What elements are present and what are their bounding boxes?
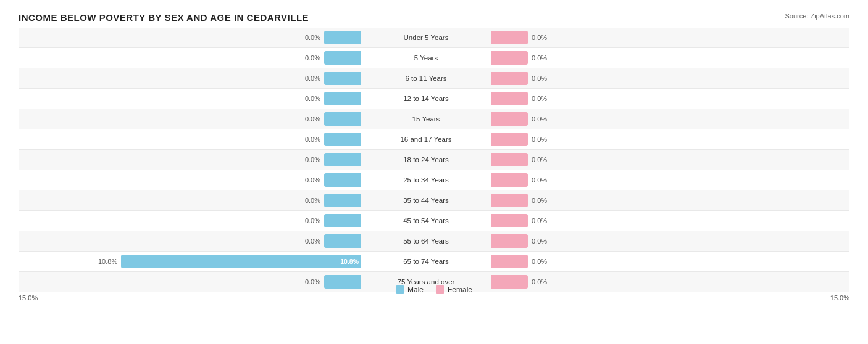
left-section: 0.0% [19,129,364,149]
male-value-label: 0.0% [305,156,320,163]
source-label: Source: ZipAtlas.com [785,12,849,20]
female-value-label: 0.0% [532,75,547,82]
female-bar [491,112,528,126]
male-bar-inside-label: 10.8% [340,258,359,265]
left-section: 10.8% 10.8% [19,252,364,271]
legend-male-box [396,285,404,294]
table-row: 0.0% 16 and 17 Years 0.0% [19,129,849,150]
table-row: 0.0% 12 to 14 Years 0.0% [19,89,849,109]
table-row: 0.0% Under 5 Years 0.0% [19,28,849,48]
table-row: 0.0% 55 to 64 Years 0.0% [19,231,849,252]
left-section: 0.0% [19,272,364,292]
female-bar [491,173,528,187]
female-value-label: 0.0% [532,54,547,62]
age-label: 15 Years [364,115,488,123]
left-section: 0.0% [19,68,364,88]
female-value-label: 0.0% [532,156,547,163]
male-bar: 10.8% [121,255,361,268]
left-section: 0.0% [19,89,364,109]
male-bar [324,133,361,146]
table-row: 0.0% 5 Years 0.0% [19,48,849,68]
male-bar [324,51,361,65]
female-value-label: 0.0% [532,197,547,204]
female-bar [491,153,528,166]
male-bar [324,72,361,85]
male-value-label: 0.0% [305,115,320,123]
male-value-label: 0.0% [305,217,320,224]
female-value-label: 0.0% [532,176,547,184]
table-row: 0.0% 45 to 54 Years 0.0% [19,211,849,231]
female-value-label: 0.0% [532,278,547,285]
table-row: 0.0% 15 Years 0.0% [19,109,849,129]
right-section: 0.0% [488,231,833,251]
female-bar [491,51,528,65]
left-section: 0.0% [19,109,364,129]
male-value-label: 0.0% [305,197,320,204]
age-label: 45 to 54 Years [364,217,488,224]
legend-female-box [436,285,444,294]
chart-title: INCOME BELOW POVERTY BY SEX AND AGE IN C… [19,12,849,23]
legend-female: Female [436,285,472,294]
right-section: 0.0% [488,109,833,129]
right-section: 0.0% [488,272,833,292]
male-value-label: 0.0% [305,34,320,41]
right-section: 0.0% [488,129,833,149]
right-section: 0.0% [488,211,833,231]
female-value-label: 0.0% [532,237,547,245]
left-section: 0.0% [19,190,364,210]
age-label: 6 to 11 Years [364,75,488,82]
age-label: 25 to 34 Years [364,176,488,184]
legend: Male Female [396,285,472,294]
axis-right-value: 15.0% [830,294,849,301]
age-label: 55 to 64 Years [364,237,488,245]
legend-female-label: Female [448,285,472,294]
female-bar [491,31,528,44]
female-value-label: 0.0% [532,34,547,41]
right-section: 0.0% [488,150,833,170]
left-section: 0.0% [19,28,364,47]
female-value-label: 0.0% [532,95,547,102]
female-bar [491,72,528,85]
table-row: 0.0% 25 to 34 Years 0.0% [19,170,849,190]
male-bar [324,31,361,44]
female-bar [491,133,528,146]
right-section: 0.0% [488,68,833,88]
table-row: 0.0% 18 to 24 Years 0.0% [19,150,849,170]
male-bar [324,214,361,227]
left-section: 0.0% [19,150,364,170]
female-bar [491,214,528,227]
male-bar [324,153,361,166]
age-label: 65 to 74 Years [364,258,488,265]
age-label: Under 5 Years [364,34,488,41]
male-value-label: 0.0% [305,95,320,102]
left-section: 0.0% [19,211,364,231]
male-value-label: 0.0% [305,237,320,245]
female-bar [491,92,528,105]
age-label: 12 to 14 Years [364,95,488,102]
male-bar [324,275,361,289]
legend-male-label: Male [407,285,424,294]
male-value-label: 0.0% [305,136,320,143]
age-label: 18 to 24 Years [364,156,488,163]
table-row: 0.0% 6 to 11 Years 0.0% [19,68,849,89]
female-value-label: 0.0% [532,115,547,123]
legend-male: Male [396,285,424,294]
left-section: 0.0% [19,170,364,190]
chart-area: 0.0% Under 5 Years 0.0% 0.0% 5 Years 0.0… [19,28,849,292]
age-label: 75 Years and over [364,278,488,285]
chart-container: INCOME BELOW POVERTY BY SEX AND AGE IN C… [0,0,868,344]
female-bar [491,275,528,289]
table-row: 0.0% 35 to 44 Years 0.0% [19,190,849,211]
male-bar [324,234,361,248]
female-value-label: 0.0% [532,217,547,224]
male-value-label: 0.0% [305,176,320,184]
male-bar [324,112,361,126]
right-section: 0.0% [488,48,833,68]
right-section: 0.0% [488,89,833,109]
female-value-label: 0.0% [532,136,547,143]
age-label: 35 to 44 Years [364,197,488,204]
table-row: 10.8% 10.8% 65 to 74 Years 0.0% [19,252,849,272]
right-section: 0.0% [488,252,833,271]
age-label: 5 Years [364,54,488,62]
female-bar [491,194,528,207]
